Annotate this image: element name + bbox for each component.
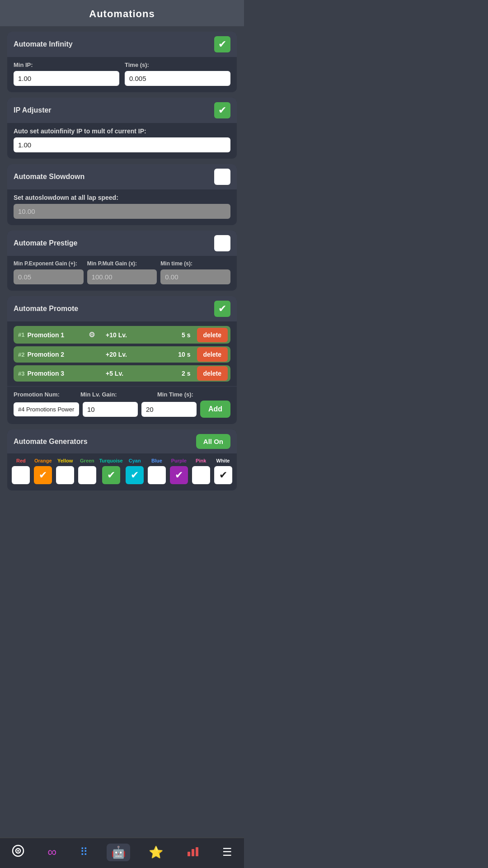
gen-col-orange: Orange ✔ xyxy=(33,458,53,484)
gen-checkbox-cyan[interactable]: ✔ xyxy=(126,466,144,484)
prestige-label-1: Min P.Exponent Gain (+): xyxy=(14,260,84,267)
promo-stats-2: +20 Lv. 10 s xyxy=(102,346,194,363)
gen-label-yellow: Yellow xyxy=(57,458,73,463)
automate-slowdown-header: Automate Slowdown xyxy=(7,164,237,189)
gen-col-turquoise: Turquoise ✔ xyxy=(99,458,122,484)
gen-checkbox-red[interactable]: ✔ xyxy=(12,466,30,484)
promo-time-1: 5 s xyxy=(182,331,190,339)
delete-btn-1[interactable]: delete xyxy=(197,328,228,342)
automate-slowdown-title: Automate Slowdown xyxy=(14,173,84,181)
promotion-list-container: #1 Promotion 1 ⚙ +10 Lv. 5 s delete #2 P… xyxy=(7,321,237,382)
automate-generators-card: Automate Generators All On Red ✔ Orange … xyxy=(7,429,237,491)
delete-btn-2[interactable]: delete xyxy=(197,347,228,362)
automate-promote-card: Automate Promote ✔ #1 Promotion 1 ⚙ +10 … xyxy=(7,296,237,424)
gen-label-white: White xyxy=(216,458,230,463)
gen-col-cyan: Cyan ✔ xyxy=(125,458,145,484)
promo-lv-1: +10 Lv. xyxy=(106,331,127,339)
ip-adjuster-body: Auto set autoinfinity IP to mult of curr… xyxy=(7,123,237,159)
promo-stats-3: +5 Lv. 2 s xyxy=(102,365,194,382)
gen-col-blue: Blue ✔ xyxy=(147,458,167,484)
automate-prestige-title: Automate Prestige xyxy=(14,239,77,247)
table-row: #2 Promotion 2 +20 Lv. 10 s delete xyxy=(14,346,230,363)
automate-prestige-body: Min P.Exponent Gain (+): Min P.Mult Gain… xyxy=(7,256,237,291)
promo-name-cell-1: #1 Promotion 1 ⚙ xyxy=(14,326,99,344)
add-min-lv-label: Min Lv. Gain: xyxy=(80,391,154,398)
add-promotion-button[interactable]: Add xyxy=(200,401,230,418)
gen-label-orange: Orange xyxy=(34,458,52,463)
automate-slowdown-input xyxy=(14,204,230,219)
table-row: #3 Promotion 3 +5 Lv. 2 s delete xyxy=(14,365,230,382)
add-promo-labels: Promotion Num: Min Lv. Gain: Min Time (s… xyxy=(14,391,230,398)
automate-infinity-labels: Min IP: Time (s): xyxy=(14,61,230,68)
automate-promote-header: Automate Promote ✔ xyxy=(7,296,237,321)
add-promo-section: Promotion Num: Min Lv. Gain: Min Time (s… xyxy=(7,386,237,424)
prestige-inputs xyxy=(14,269,230,284)
prestige-input-3 xyxy=(160,269,230,284)
time-input[interactable] xyxy=(125,71,230,86)
promo-lv-2: +20 Lv. xyxy=(106,351,127,358)
promo-num-select[interactable]: #4 Promotions Power xyxy=(14,402,79,416)
prestige-labels: Min P.Exponent Gain (+): Min P.Mult Gain… xyxy=(14,260,230,267)
gen-label-blue: Blue xyxy=(151,458,162,463)
promo-num-1: #1 xyxy=(18,331,24,338)
gen-checkbox-orange[interactable]: ✔ xyxy=(34,466,52,484)
min-ip-input[interactable] xyxy=(14,71,119,86)
prestige-label-3: Min time (s): xyxy=(160,260,230,267)
gen-checkbox-turquoise[interactable]: ✔ xyxy=(102,466,120,484)
gen-label-pink: Pink xyxy=(196,458,206,463)
table-row: #1 Promotion 1 ⚙ +10 Lv. 5 s delete xyxy=(14,326,230,344)
ip-adjuster-label: Auto set autoinfinity IP to mult of curr… xyxy=(14,127,230,135)
promotion-list: #1 Promotion 1 ⚙ +10 Lv. 5 s delete #2 P… xyxy=(14,326,230,382)
time-label: Time (s): xyxy=(125,61,230,68)
add-promo-num-label: Promotion Num: xyxy=(14,391,77,398)
promo-num-2: #2 xyxy=(18,351,24,358)
ip-adjuster-card: IP Adjuster ✔ Auto set autoinfinity IP t… xyxy=(7,98,237,159)
gen-label-turquoise: Turquoise xyxy=(99,458,122,463)
gen-checkbox-green[interactable]: ✔ xyxy=(78,466,96,484)
automate-promote-toggle[interactable]: ✔ xyxy=(214,301,230,317)
promo-stats-1: +10 Lv. 5 s xyxy=(102,327,194,343)
delete-btn-3[interactable]: delete xyxy=(197,366,228,381)
promo-lv-3: +5 Lv. xyxy=(106,370,123,377)
gen-label-cyan: Cyan xyxy=(129,458,141,463)
automate-slowdown-card: Automate Slowdown Set autoslowdown at al… xyxy=(7,164,237,225)
automate-infinity-title: Automate Infinity xyxy=(14,40,73,48)
promo-time-2: 10 s xyxy=(178,351,190,358)
gen-col-yellow: Yellow ✔ xyxy=(55,458,75,484)
gen-label-green: Green xyxy=(80,458,94,463)
page-title: Automations xyxy=(89,8,155,19)
prestige-input-2 xyxy=(87,269,157,284)
gen-col-red: Red ✔ xyxy=(11,458,31,484)
automate-infinity-body: Min IP: Time (s): xyxy=(7,57,237,92)
automate-infinity-toggle[interactable]: ✔ xyxy=(214,36,230,52)
gen-label-red: Red xyxy=(16,458,26,463)
automate-infinity-card: Automate Infinity ✔ Min IP: Time (s): xyxy=(7,32,237,92)
ip-adjuster-header: IP Adjuster ✔ xyxy=(7,98,237,123)
page-header: Automations xyxy=(0,0,244,26)
min-lv-input[interactable] xyxy=(83,402,138,417)
automate-slowdown-label: Set autoslowdown at all lap speed: xyxy=(14,194,230,201)
ip-adjuster-input[interactable] xyxy=(14,137,230,152)
add-promo-inputs: #4 Promotions Power Add xyxy=(14,401,230,418)
promo-time-3: 2 s xyxy=(182,370,190,377)
gen-checkbox-white[interactable]: ✔ xyxy=(214,466,232,484)
automate-infinity-inputs xyxy=(14,71,230,86)
all-on-button[interactable]: All On xyxy=(196,434,230,449)
gen-col-white: White ✔ xyxy=(213,458,233,484)
automate-slowdown-toggle[interactable] xyxy=(214,169,230,185)
gen-checkbox-pink[interactable]: ✔ xyxy=(192,466,210,484)
automate-prestige-header: Automate Prestige xyxy=(7,231,237,256)
ip-adjuster-toggle[interactable]: ✔ xyxy=(214,102,230,118)
promo-name-cell-3: #3 Promotion 3 xyxy=(14,365,99,382)
gen-checkbox-blue[interactable]: ✔ xyxy=(148,466,166,484)
gen-col-pink: Pink ✔ xyxy=(191,458,211,484)
gen-col-green: Green ✔ xyxy=(77,458,98,484)
gear-icon-1[interactable]: ⚙ xyxy=(89,330,95,339)
automate-prestige-toggle[interactable] xyxy=(214,235,230,251)
gen-checkbox-yellow[interactable]: ✔ xyxy=(56,466,74,484)
automate-generators-title: Automate Generators xyxy=(14,438,88,446)
promo-name-cell-2: #2 Promotion 2 xyxy=(14,346,99,363)
min-time-input[interactable] xyxy=(141,402,197,417)
gen-checkbox-purple[interactable]: ✔ xyxy=(170,466,188,484)
automate-slowdown-body: Set autoslowdown at all lap speed: xyxy=(7,189,237,225)
